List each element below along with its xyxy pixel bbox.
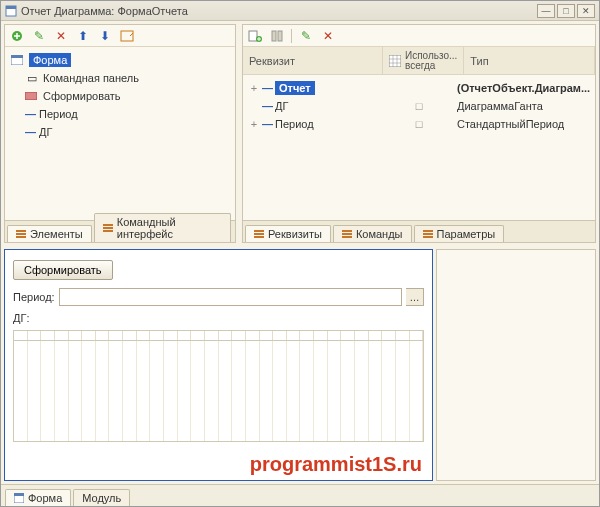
titlebar[interactable]: Отчет Диаграмма: ФормаОтчета — □ ✕ xyxy=(1,1,599,21)
period-input[interactable] xyxy=(59,288,402,306)
panel-icon: ▭ xyxy=(25,72,39,85)
tree-item[interactable]: ▭Командная панель xyxy=(7,69,233,87)
right-tabs: Реквизиты Команды Параметры xyxy=(243,220,595,242)
elements-panel: ✎ ✕ ⬆ ⬇ Форма ▭Командная панель Сформиро… xyxy=(4,24,236,243)
col-type[interactable]: Тип xyxy=(464,47,595,74)
attributes-header: Реквизит Использо... всегда Тип xyxy=(243,47,595,75)
add-column-icon[interactable] xyxy=(247,28,263,44)
grid-icon xyxy=(389,55,401,67)
form-preview: Сформировать Период: … ДГ: programmist1S… xyxy=(4,249,433,481)
col-use-always[interactable]: Использо... всегда xyxy=(383,47,464,74)
list-icon xyxy=(423,229,433,239)
svg-rect-17 xyxy=(389,55,401,67)
svg-rect-1 xyxy=(6,6,16,9)
move-up-icon[interactable]: ⬆ xyxy=(75,28,91,44)
side-panel xyxy=(436,249,596,481)
svg-rect-12 xyxy=(103,230,113,232)
tree-root-form[interactable]: Форма xyxy=(7,51,233,69)
col-attribute[interactable]: Реквизит xyxy=(243,47,383,74)
attributes-grid[interactable]: +—Отчет (ОтчетОбъект.Диаграм... —ДГ □ Ди… xyxy=(243,75,595,220)
svg-rect-26 xyxy=(423,236,433,238)
properties-icon[interactable] xyxy=(119,28,135,44)
attr-icon: — xyxy=(262,82,272,94)
use-checkbox[interactable]: □ xyxy=(385,118,453,130)
svg-rect-3 xyxy=(121,31,133,41)
window-title: Отчет Диаграмма: ФормаОтчета xyxy=(21,5,535,17)
gantt-chart[interactable] xyxy=(13,330,424,442)
maximize-button[interactable]: □ xyxy=(557,4,575,18)
delete-icon[interactable]: ✕ xyxy=(53,28,69,44)
tree-item[interactable]: Сформировать xyxy=(7,87,233,105)
use-checkbox[interactable]: □ xyxy=(385,100,453,112)
svg-rect-11 xyxy=(103,227,113,229)
expand-icon[interactable]: + xyxy=(249,118,259,130)
field-icon: — xyxy=(25,108,35,120)
tree-item[interactable]: —ДГ xyxy=(7,123,233,141)
tab-commands[interactable]: Команды xyxy=(333,225,412,242)
svg-rect-8 xyxy=(16,233,26,235)
delete-icon[interactable]: ✕ xyxy=(320,28,336,44)
svg-rect-7 xyxy=(16,230,26,232)
svg-rect-24 xyxy=(423,230,433,232)
add-icon[interactable] xyxy=(9,28,25,44)
minimize-button[interactable]: — xyxy=(537,4,555,18)
move-down-icon[interactable]: ⬇ xyxy=(97,28,113,44)
button-icon xyxy=(25,92,39,100)
field-icon: — xyxy=(25,126,35,138)
elements-toolbar: ✎ ✕ ⬆ ⬇ xyxy=(5,25,235,47)
attr-type: ДиаграммаГанта xyxy=(453,100,593,112)
attrib-row[interactable]: —ДГ □ ДиаграммаГанта xyxy=(245,97,593,115)
tree-root-label: Форма xyxy=(29,53,71,67)
left-tabs: Элементы Командный интерфейс xyxy=(5,220,235,242)
list-icon xyxy=(103,223,113,233)
designer-window: Отчет Диаграмма: ФормаОтчета — □ ✕ ✎ ✕ ⬆… xyxy=(0,0,600,507)
attr-type: СтандартныйПериод xyxy=(453,118,593,130)
svg-rect-15 xyxy=(272,31,276,41)
svg-rect-23 xyxy=(342,236,352,238)
svg-rect-6 xyxy=(25,92,37,100)
edit-icon[interactable]: ✎ xyxy=(31,28,47,44)
svg-rect-10 xyxy=(103,224,113,226)
attributes-panel: ✎ ✕ Реквизит Использо... всегда Тип +—От… xyxy=(242,24,596,243)
watermark: programmist1S.ru xyxy=(250,453,422,476)
period-label: Период: xyxy=(13,291,55,303)
elements-tree[interactable]: Форма ▭Командная панель Сформировать —Пе… xyxy=(5,47,235,220)
form-icon xyxy=(5,5,17,17)
list-icon xyxy=(16,229,26,239)
tab-module[interactable]: Модуль xyxy=(73,489,130,506)
tree-item[interactable]: —Период xyxy=(7,105,233,123)
svg-rect-19 xyxy=(254,233,264,235)
svg-rect-16 xyxy=(278,31,282,41)
tab-parameters[interactable]: Параметры xyxy=(414,225,505,242)
attr-icon: — xyxy=(262,118,272,130)
dg-label: ДГ: xyxy=(13,312,29,324)
close-button[interactable]: ✕ xyxy=(577,4,595,18)
svg-rect-13 xyxy=(249,31,257,41)
svg-rect-25 xyxy=(423,233,433,235)
list-icon xyxy=(342,229,352,239)
svg-rect-22 xyxy=(342,233,352,235)
svg-rect-5 xyxy=(11,55,23,58)
tab-form[interactable]: Форма xyxy=(5,489,71,506)
svg-rect-20 xyxy=(254,236,264,238)
columns-icon[interactable] xyxy=(269,28,285,44)
footer-tabs: Форма Модуль xyxy=(1,484,599,506)
attributes-toolbar: ✎ ✕ xyxy=(243,25,595,47)
form-icon xyxy=(14,493,24,503)
attrib-row[interactable]: +—Отчет (ОтчетОбъект.Диаграм... xyxy=(245,79,593,97)
tab-command-interface[interactable]: Командный интерфейс xyxy=(94,213,231,242)
svg-rect-9 xyxy=(16,236,26,238)
edit-icon[interactable]: ✎ xyxy=(298,28,314,44)
attr-type: (ОтчетОбъект.Диаграм... xyxy=(453,82,593,94)
period-picker-button[interactable]: … xyxy=(406,288,424,306)
list-icon xyxy=(254,229,264,239)
attrib-row[interactable]: +—Период □ СтандартныйПериод xyxy=(245,115,593,133)
attr-icon: — xyxy=(262,100,272,112)
svg-rect-18 xyxy=(254,230,264,232)
generate-button[interactable]: Сформировать xyxy=(13,260,113,280)
tab-attributes[interactable]: Реквизиты xyxy=(245,225,331,242)
form-node-icon xyxy=(11,55,25,65)
tab-elements[interactable]: Элементы xyxy=(7,225,92,242)
expand-icon[interactable]: + xyxy=(249,82,259,94)
svg-rect-21 xyxy=(342,230,352,232)
